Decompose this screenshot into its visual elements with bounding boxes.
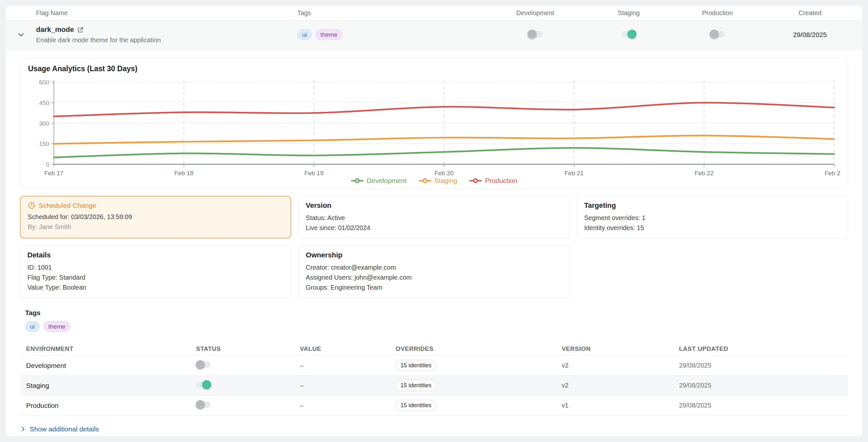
scheduled-by-text: By: Jane Smith (28, 222, 283, 232)
legend-item-development: Development (350, 177, 407, 184)
created-date: 29/08/2025 (758, 31, 862, 39)
details-card: Details ID: 1001 Flag Type: Standard Val… (20, 245, 291, 298)
svg-text:600: 600 (39, 79, 49, 86)
ownership-assigned-users: Assigned Users: john@example.com (306, 273, 562, 282)
flag-description: Enable dark mode theme for the applicati… (36, 36, 297, 44)
identity-overrides: Identity overrides: 15 (584, 223, 841, 233)
chart-legend: DevelopmentStagingProduction (28, 177, 840, 184)
show-additional-details-link[interactable]: Show additional details (20, 425, 99, 433)
tag-ui[interactable]: ui (25, 321, 40, 332)
col-staging: Staging (580, 9, 677, 17)
details-card-title: Details (27, 251, 284, 259)
version-card-title: Version (306, 201, 562, 210)
svg-text:300: 300 (39, 120, 49, 127)
legend-item-staging: Staging (418, 177, 457, 184)
external-link-icon[interactable] (77, 26, 84, 33)
usage-chart-svg: Feb 17Feb 18Feb 19Feb 20Feb 21Feb 22Feb … (28, 76, 841, 177)
details-value-type: Value Type: Boolean (27, 282, 284, 293)
details-id: ID: 1001 (27, 263, 284, 273)
env-col-environment: ENVIRONMENT (20, 345, 190, 352)
col-tags: Tags (297, 9, 490, 17)
svg-text:Feb 23: Feb 23 (825, 170, 841, 176)
details-flag-type: Flag Type: Standard (27, 273, 284, 282)
svg-text:Feb 19: Feb 19 (304, 170, 323, 176)
table-row-production: Production – 15 identities v1 29/08/2025 (20, 396, 848, 416)
svg-text:150: 150 (39, 140, 49, 147)
svg-text:Feb 22: Feb 22 (694, 170, 714, 176)
svg-text:Feb 17: Feb 17 (44, 170, 63, 176)
flag-name[interactable]: dark_mode (36, 26, 74, 34)
production-row-toggle[interactable] (196, 401, 211, 408)
svg-text:0: 0 (46, 161, 49, 168)
col-created: Created (758, 9, 862, 17)
scheduled-change-title: Scheduled Change (39, 202, 96, 209)
environments-table: ENVIRONMENT STATUS VALUE OVERRIDES VERSI… (20, 342, 848, 416)
table-row-development: Development – 15 identities v2 29/08/202… (20, 356, 848, 376)
col-development: Development (490, 9, 580, 17)
svg-text:450: 450 (39, 100, 49, 106)
development-overrides-badge[interactable]: 15 identities (396, 360, 436, 371)
svg-text:Feb 21: Feb 21 (565, 170, 584, 176)
env-col-value: VALUE (294, 345, 390, 352)
version-card: Version Status: Active Live since: 01/02… (298, 196, 569, 238)
ownership-card-title: Ownership (306, 251, 562, 259)
col-flag-name: Flag Name (36, 9, 297, 17)
chevron-right-icon (20, 426, 26, 432)
env-col-overrides: OVERRIDES (390, 345, 556, 352)
development-toggle[interactable] (528, 31, 542, 37)
tags-section-title: Tags (25, 309, 848, 317)
segment-overrides: Segment overrides: 1 (584, 213, 841, 223)
flag-row: dark_mode Enable dark mode theme for the… (6, 20, 862, 50)
ownership-creator: Creator: creator@example.com (306, 263, 562, 273)
expand-chevron-icon[interactable] (17, 30, 26, 39)
targeting-card: Targeting Segment overrides: 1 Identity … (577, 196, 848, 238)
production-overrides-badge[interactable]: 15 identities (396, 400, 436, 411)
tag-theme[interactable]: theme (316, 29, 342, 40)
scheduled-change-card: Scheduled Change Scheduled for: 03/03/20… (20, 196, 291, 238)
development-row-toggle[interactable] (196, 362, 211, 368)
env-col-status: STATUS (190, 345, 294, 352)
scheduled-for-text: Scheduled for: 03/03/2026, 13:59:09 (28, 212, 283, 222)
col-production: Production (677, 9, 758, 17)
staging-toggle[interactable] (621, 31, 636, 37)
tag-ui[interactable]: ui (297, 29, 312, 40)
clock-icon (28, 202, 35, 209)
svg-text:Feb 20: Feb 20 (434, 170, 453, 176)
table-row-staging: Staging – 15 identities v2 29/08/2025 (20, 376, 848, 396)
legend-item-production: Production (469, 177, 517, 184)
environments-table-header: ENVIRONMENT STATUS VALUE OVERRIDES VERSI… (20, 342, 848, 356)
ownership-card: Ownership Creator: creator@example.com A… (298, 245, 569, 298)
flag-table-header: Flag Name Tags Development Staging Produ… (6, 6, 862, 20)
version-status: Status: Active (306, 213, 562, 223)
tag-theme[interactable]: theme (43, 321, 70, 332)
flag-detail-panel: Flag Name Tags Development Staging Produ… (6, 6, 862, 436)
production-toggle[interactable] (710, 31, 725, 37)
targeting-card-title: Targeting (584, 201, 841, 210)
chart-title: Usage Analytics (Last 30 Days) (28, 64, 840, 73)
env-col-version: VERSION (556, 345, 673, 352)
ownership-groups: Groups: Engineering Team (306, 282, 562, 293)
env-col-last-updated: LAST UPDATED (673, 345, 848, 352)
staging-row-toggle[interactable] (196, 381, 211, 388)
tags-section: Tags ui theme (20, 309, 848, 332)
usage-analytics-card: Usage Analytics (Last 30 Days) Feb 17Feb… (20, 58, 848, 189)
staging-overrides-badge[interactable]: 15 identities (396, 380, 436, 391)
svg-text:Feb 18: Feb 18 (175, 170, 193, 176)
version-live-since: Live since: 01/02/2024 (306, 223, 562, 233)
